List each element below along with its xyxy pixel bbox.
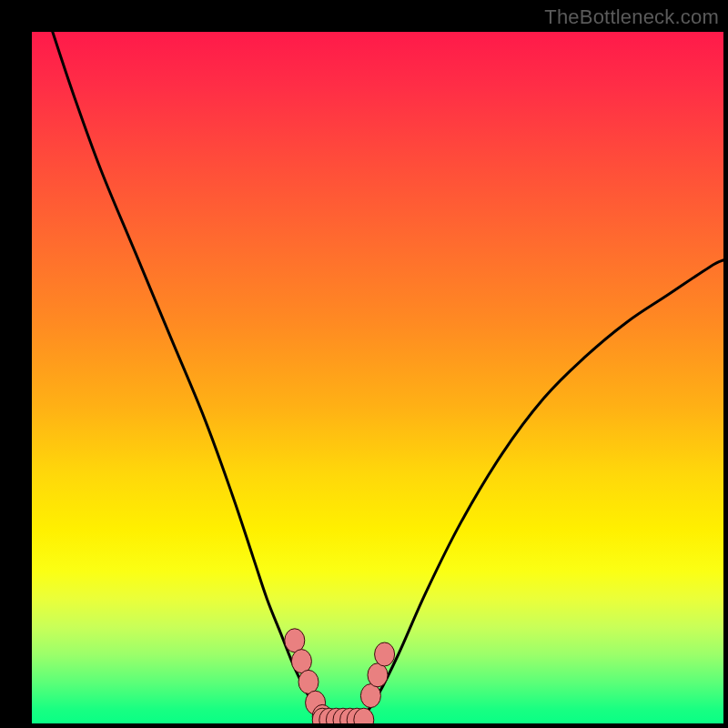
data-marker [291, 650, 311, 673]
marker-layer [285, 629, 395, 723]
data-marker [285, 629, 305, 652]
watermark-text: TheBottleneck.com [544, 5, 719, 29]
data-marker [360, 684, 380, 708]
chart-frame: TheBottleneck.com [0, 0, 728, 728]
curve-right-branch [364, 260, 723, 717]
plot-area [32, 32, 723, 723]
curve-left-branch [53, 32, 322, 716]
chart-svg [32, 32, 723, 723]
data-marker [298, 670, 318, 693]
data-marker [375, 642, 395, 666]
curve-layer [53, 32, 723, 716]
data-marker [368, 663, 388, 687]
